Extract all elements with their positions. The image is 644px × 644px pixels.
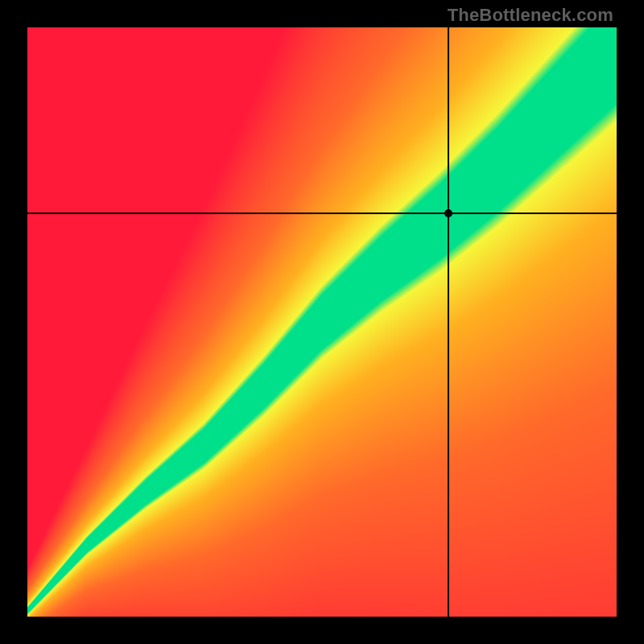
bottleneck-heatmap xyxy=(27,27,617,617)
watermark-label: TheBottleneck.com xyxy=(448,5,613,26)
crosshair-vertical xyxy=(448,27,449,617)
chart-container: TheBottleneck.com xyxy=(0,0,644,644)
crosshair-horizontal xyxy=(27,213,617,214)
selection-marker xyxy=(444,209,452,217)
